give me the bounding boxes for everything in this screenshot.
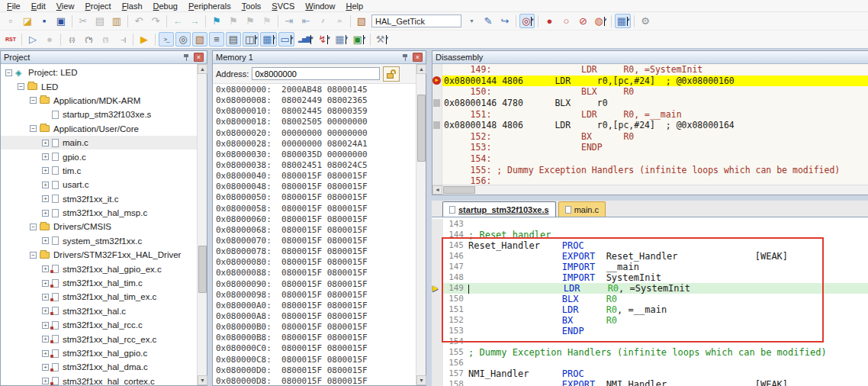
tree-expander-icon[interactable]: + (42, 195, 49, 202)
tree-item-tim-c[interactable]: +tim.c (1, 164, 197, 178)
menu-file[interactable]: File (2, 1, 26, 11)
tree-item-stm32f1xx-hal-rcc-ex-c[interactable]: +stm32f1xx_hal_rcc_ex.c (1, 332, 197, 346)
redo-button[interactable]: ↷ (148, 14, 163, 28)
step-out-button[interactable]: {↑} (98, 32, 113, 47)
tree-item-stm32f1xx-hal-cortex-c[interactable]: +stm32f1xx_hal_cortex.c (1, 375, 197, 385)
toolbox-button[interactable]: ⚒▾ (374, 32, 390, 47)
tree-expander-icon[interactable]: − (5, 69, 12, 76)
disassembly-editor-splitter[interactable] (432, 195, 868, 201)
tree-item-stm32f1xx-hal-c[interactable]: +stm32f1xx_hal.c (1, 304, 197, 318)
window-layout-button[interactable]: ▦▾ (615, 14, 631, 28)
tree-expander-icon[interactable]: + (42, 182, 49, 188)
tree-item-project-led[interactable]: −◈Project: LED (1, 66, 197, 79)
prev-bookmark-button[interactable]: ⚑ (243, 14, 258, 28)
tree-expander-icon[interactable]: + (42, 265, 49, 272)
symbol-combo[interactable]: HAL_GetTick (371, 14, 461, 27)
lock-button[interactable] (383, 66, 400, 82)
menu-flash[interactable]: Flash (117, 1, 148, 11)
registers-window-button[interactable]: ≡ (209, 32, 224, 47)
next-bookmark-button[interactable]: ⚑ (226, 14, 241, 28)
step-into-button[interactable]: {↓} (64, 32, 79, 47)
breakpoint-margin[interactable] (432, 315, 443, 326)
breakpoint-margin[interactable] (432, 294, 443, 304)
tree-item-startup-stm32f103xe-s[interactable]: startup_stm32f103xe.s (1, 108, 197, 121)
tree-item-led[interactable]: −LED (1, 79, 197, 93)
clear-bookmarks-button[interactable]: ⚑ (259, 14, 275, 28)
tree-expander-icon[interactable]: + (42, 210, 49, 217)
serial-window-button[interactable]: ▭▾ (278, 32, 294, 47)
tree-item-stm32f1xx-hal-tim-ex-c[interactable]: +stm32f1xx_hal_tim_ex.c (1, 290, 197, 304)
disassembly-window-button[interactable]: ◎ (175, 32, 191, 47)
save-all-button[interactable]: ▣ (53, 14, 69, 28)
disassembly-gutter[interactable] (432, 86, 442, 98)
reset-cpu-button[interactable]: RST (3, 32, 18, 47)
menu-help[interactable]: Help (340, 1, 368, 11)
disassembly-gutter[interactable] (432, 142, 442, 153)
show-next-statement-button[interactable]: ▶ (137, 32, 152, 47)
scrollbar-thumb[interactable] (198, 246, 207, 293)
breakpoint-margin[interactable] (432, 379, 443, 386)
uncomment-button[interactable]: /× (332, 14, 347, 28)
navigate-back-button[interactable]: ← (170, 14, 185, 28)
tree-item-usart-c[interactable]: +usart.c (1, 178, 197, 191)
menu-tools[interactable]: Tools (236, 1, 267, 11)
tree-item-main-c[interactable]: +main.c (1, 136, 197, 150)
tree-expander-icon[interactable]: + (42, 350, 49, 357)
step-over-button[interactable]: {↷} (81, 32, 96, 47)
tree-item-stm32f1xx-hal-tim-c[interactable]: +stm32f1xx_hal_tim.c (1, 276, 197, 290)
close-icon[interactable]: × (194, 53, 204, 62)
tree-expander-icon[interactable]: − (30, 97, 37, 104)
close-icon[interactable]: × (413, 53, 423, 62)
command-window-button[interactable]: >_ (159, 32, 174, 47)
tree-item-stm32f1xx-hal-gpio-c[interactable]: +stm32f1xx_hal_gpio.c (1, 346, 197, 360)
indent-button[interactable]: ⇥ (281, 14, 297, 28)
system-viewer-button[interactable]: ▦▾ (333, 32, 349, 47)
tree-expander-icon[interactable]: − (30, 224, 37, 230)
address-input[interactable] (252, 67, 380, 80)
kill-all-breakpoints-button[interactable]: ⊘ (575, 14, 590, 28)
tree-item-stm32f1xx-hal-rcc-c[interactable]: +stm32f1xx_hal_rcc.c (1, 318, 197, 332)
pin-icon[interactable] (401, 53, 410, 62)
breakpoint-margin[interactable] (432, 336, 443, 347)
breakpoint-margin[interactable] (432, 251, 443, 262)
configure-button[interactable]: ⚙ (638, 14, 653, 28)
peripherals-button[interactable]: ▣▾ (351, 32, 367, 47)
memory-scrollbar[interactable]: ▲ ▼ (416, 64, 426, 385)
breakpoint-margin[interactable] (432, 230, 443, 240)
insert-bookmark-button[interactable]: ⚑ (209, 14, 224, 28)
pin-icon[interactable] (182, 53, 191, 62)
memory-disassembly-splitter[interactable] (426, 50, 432, 386)
tree-item-drivers-stm32f1xx-hal-driver[interactable]: −Drivers/STM32F1xx_HAL_Driver (1, 248, 197, 262)
disable-all-breakpoints-button[interactable]: ◍▾ (592, 14, 607, 28)
tree-item-stm32f1xx-hal-gpio-ex-c[interactable]: +stm32f1xx_hal_gpio_ex.c (1, 262, 197, 275)
enable-disable-breakpoint-button[interactable]: ○ (558, 14, 574, 28)
tree-expander-icon[interactable]: + (42, 153, 49, 160)
tree-expander-icon[interactable]: − (30, 125, 37, 132)
save-button[interactable]: ▪ (37, 14, 52, 28)
menu-peripherals[interactable]: Peripherals (183, 1, 236, 11)
disassembly-gutter[interactable]: ▶ (432, 76, 442, 87)
scroll-up-icon[interactable]: ▲ (416, 64, 426, 74)
breakpoint-margin[interactable] (432, 262, 443, 272)
undo-button[interactable]: ↶ (131, 14, 146, 28)
disassembly-gutter[interactable] (432, 131, 442, 143)
disassembly-gutter[interactable] (432, 153, 442, 165)
symbol-window-button[interactable]: ▧ (192, 32, 207, 47)
tree-item-stm32f1xx-it-c[interactable]: +stm32f1xx_it.c (1, 192, 197, 206)
breakpoint-margin[interactable] (432, 272, 443, 283)
tree-item-stm32f1xx-hal-dma-c[interactable]: +stm32f1xx_hal_dma.c (1, 360, 197, 374)
tree-expander-icon[interactable]: + (42, 336, 49, 343)
scroll-down-icon[interactable]: ▼ (198, 375, 207, 385)
cut-button[interactable]: ✂ (76, 14, 91, 28)
breakpoint-margin[interactable] (432, 304, 443, 315)
menu-project[interactable]: Project (79, 1, 116, 11)
edit-document-button[interactable]: ✎ (481, 14, 496, 28)
disassembly-gutter[interactable] (432, 164, 442, 175)
menu-debug[interactable]: Debug (148, 1, 183, 11)
run-button[interactable]: ▷ (25, 32, 40, 47)
menu-window[interactable]: Window (300, 1, 340, 11)
copy-button[interactable]: ▤ (92, 14, 108, 28)
scrollbar-thumb[interactable] (443, 186, 475, 194)
scroll-left-icon[interactable]: ◄ (432, 185, 442, 195)
combo-dropdown-button[interactable]: ▾ (464, 14, 479, 28)
